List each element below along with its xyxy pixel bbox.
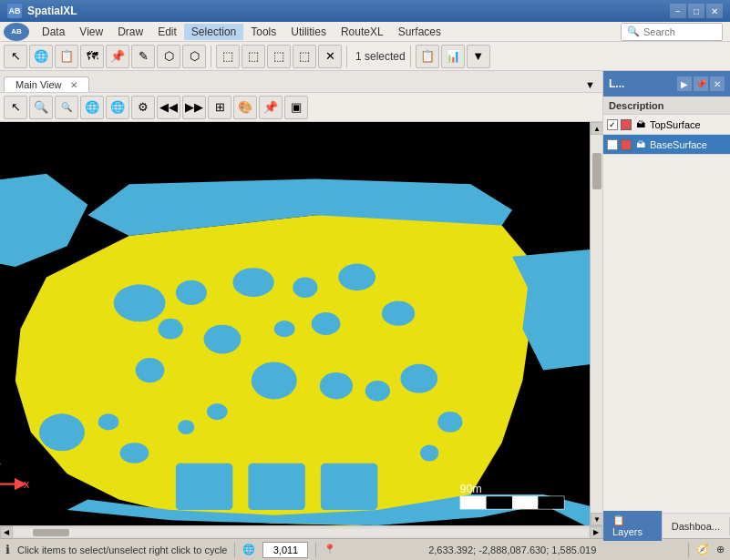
toolbar-draw[interactable]: ✎ <box>131 45 155 68</box>
status-message: Click items to select/unselect right cli… <box>17 545 227 555</box>
horizontal-scrollbar[interactable]: ◀ ▶ <box>0 525 602 538</box>
toolbar-sheet[interactable]: 📊 <box>441 45 465 68</box>
svg-point-5 <box>176 280 207 305</box>
status-count-input[interactable] <box>262 542 308 558</box>
menu-data[interactable]: Data <box>35 24 72 40</box>
layer-item-topsurface[interactable]: 🏔 TopSurface <box>603 115 730 135</box>
layer-name-basesurface: BaseSurface <box>650 139 726 150</box>
layer-icon-topsurface: 🏔 <box>634 118 647 131</box>
map-zoom-in[interactable]: 🔍 <box>29 96 53 119</box>
panel-forward-button[interactable]: ▶ <box>677 76 692 91</box>
svg-point-17 <box>365 381 390 402</box>
menu-utilities[interactable]: Utilities <box>283 24 334 40</box>
tab-main-view[interactable]: Main View ✕ <box>4 76 89 92</box>
tab-dashboard[interactable]: Dashboa... <box>663 517 730 535</box>
panel-header-buttons: ▶ 📌 ✕ <box>677 76 725 91</box>
scroll-left-button[interactable]: ◀ <box>0 526 13 539</box>
map-view[interactable]: x y <box>0 122 590 525</box>
svg-point-13 <box>382 301 415 326</box>
menu-edit[interactable]: Edit <box>150 24 184 40</box>
right-panel: L... ▶ 📌 ✕ Description 🏔 TopSurface 🏔 Ba… <box>602 71 730 538</box>
toolbar-sel1[interactable]: ⬚ <box>216 45 240 68</box>
menu-tools[interactable]: Tools <box>243 24 283 40</box>
map-pin2[interactable]: 📌 <box>259 96 283 119</box>
scroll-down-button[interactable]: ▼ <box>591 513 602 525</box>
map-style[interactable]: 🎨 <box>233 96 257 119</box>
minimize-button[interactable]: − <box>670 4 686 18</box>
toolbar-sep2 <box>346 46 347 67</box>
tab-bar: Main View ✕ ▼ <box>0 71 602 93</box>
map-globe2[interactable]: 🌐 <box>106 96 129 119</box>
panel-close-button[interactable]: ✕ <box>710 76 725 91</box>
toolbar-layers[interactable]: 📋 <box>55 45 78 68</box>
layer-checkbox-basesurface[interactable] <box>607 139 618 150</box>
toolbar-table[interactable]: 📋 <box>416 45 439 68</box>
scroll-track-vertical[interactable] <box>591 135 602 513</box>
svg-rect-40 <box>538 496 563 509</box>
map-panel: Main View ✕ ▼ ↖ 🔍 🔍 🌐 🌐 ⚙ ◀◀ ▶▶ ⊞ 🎨 📌 ▣ <box>0 71 602 538</box>
menu-bar: AB Data View Draw Edit Selection Tools U… <box>0 22 730 42</box>
status-coordinates: 2,633.392; -2,888,087.630; 1,585.019 <box>344 545 681 555</box>
svg-point-23 <box>98 413 119 430</box>
map-next[interactable]: ▶▶ <box>182 96 206 119</box>
tab-dropdown[interactable]: ▼ <box>581 77 599 92</box>
svg-point-6 <box>232 268 273 297</box>
toolbar-sel3[interactable]: ⬚ <box>267 45 291 68</box>
map-canvas-wrapper[interactable]: x y <box>0 122 590 525</box>
svg-point-16 <box>320 372 353 400</box>
layer-item-basesurface[interactable]: 🏔 BaseSurface <box>603 135 730 155</box>
right-panel-tabs: 📋 Layers Dashboa... <box>603 513 730 538</box>
search-input[interactable] <box>643 26 716 37</box>
tab-close[interactable]: ✕ <box>70 80 77 90</box>
scroll-thumb-vertical[interactable] <box>592 153 601 189</box>
layer-color-topsurface <box>621 119 632 130</box>
scroll-right-button[interactable]: ▶ <box>590 526 602 539</box>
toolbar-sel4[interactable]: ⬚ <box>293 45 316 68</box>
map-zoom-out[interactable]: 🔍 <box>55 96 78 119</box>
status-sep1 <box>234 543 235 557</box>
map-scroll-container: x y <box>0 122 602 525</box>
toolbar-globe[interactable]: 🌐 <box>29 45 53 68</box>
panel-pin-button[interactable]: 📌 <box>694 76 708 91</box>
scroll-track-horizontal[interactable] <box>15 529 588 536</box>
menu-draw[interactable]: Draw <box>110 24 150 40</box>
menu-view[interactable]: View <box>72 24 110 40</box>
map-globe1[interactable]: 🌐 <box>80 96 104 119</box>
toolbar-cursor[interactable]: ↖ <box>4 45 27 68</box>
toolbar-nav2[interactable]: ⬡ <box>182 45 206 68</box>
main-toolbar: ↖ 🌐 📋 🗺 📌 ✎ ⬡ ⬡ ⬚ ⬚ ⬚ ⬚ ✕ 1 selected 📋 📊… <box>0 42 730 71</box>
menu-selection[interactable]: Selection <box>184 24 243 40</box>
tab-layers[interactable]: 📋 Layers <box>603 511 663 541</box>
svg-point-10 <box>204 325 242 354</box>
svg-point-14 <box>136 358 165 382</box>
toolbar-nav1[interactable]: ⬡ <box>157 45 180 68</box>
status-extra: ⊕ <box>716 544 725 555</box>
map-toolbar: ↖ 🔍 🔍 🌐 🌐 ⚙ ◀◀ ▶▶ ⊞ 🎨 📌 ▣ <box>0 93 602 122</box>
map-grid[interactable]: ⊞ <box>208 96 231 119</box>
svg-point-28 <box>420 444 438 461</box>
svg-rect-39 <box>512 496 538 509</box>
vertical-scrollbar[interactable]: ▲ ▼ <box>590 122 602 525</box>
description-col-label: Description <box>609 100 664 111</box>
title-bar: AB SpatialXL − □ ✕ <box>0 0 730 22</box>
toolbar-map[interactable]: 🗺 <box>80 45 104 68</box>
close-button[interactable]: ✕ <box>706 4 723 18</box>
toolbar-sel5[interactable]: ✕ <box>318 45 342 68</box>
map-prev[interactable]: ◀◀ <box>157 96 180 119</box>
map-rect[interactable]: ▣ <box>284 96 308 119</box>
toolbar-dropdown[interactable]: ▼ <box>467 45 490 68</box>
scroll-up-button[interactable]: ▲ <box>591 122 602 135</box>
selected-count: 1 selected <box>355 50 406 63</box>
toolbar-pin[interactable]: 📌 <box>106 45 129 68</box>
toolbar-sel2[interactable]: ⬚ <box>242 45 265 68</box>
map-cursor[interactable]: ↖ <box>4 96 27 119</box>
map-settings[interactable]: ⚙ <box>131 96 155 119</box>
layer-checkbox-topsurface[interactable] <box>607 119 618 130</box>
window-controls: − □ ✕ <box>670 4 723 18</box>
menu-routexl[interactable]: RouteXL <box>334 24 391 40</box>
status-sep2 <box>315 543 316 557</box>
restore-button[interactable]: □ <box>688 4 704 18</box>
menu-surfaces[interactable]: Surfaces <box>391 24 448 40</box>
scroll-thumb-horizontal[interactable] <box>33 529 69 536</box>
map-container: x y <box>0 122 602 538</box>
